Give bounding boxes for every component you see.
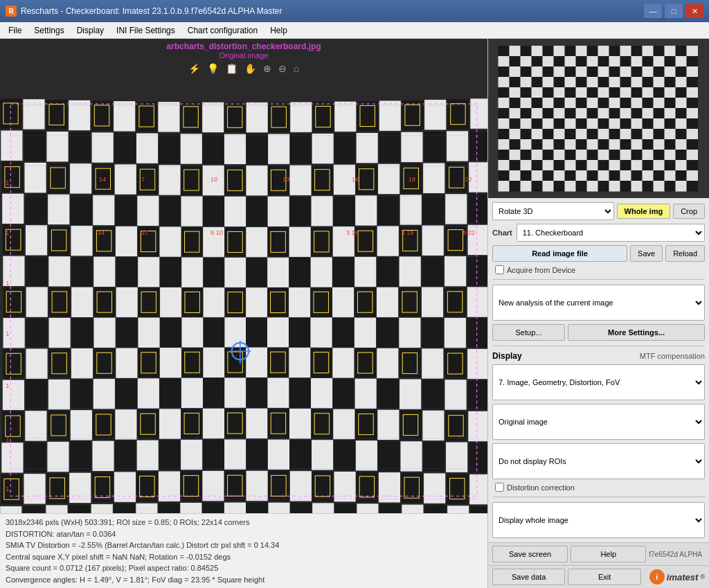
tool-home[interactable]: ⌂	[291, 62, 301, 75]
svg-rect-250	[422, 348, 443, 378]
reload-button[interactable]: Reload	[665, 245, 705, 262]
svg-rect-521	[554, 98, 566, 109]
svg-rect-472	[609, 66, 621, 78]
svg-rect-658	[676, 170, 688, 181]
svg-rect-506	[587, 87, 599, 98]
svg-rect-531	[665, 98, 676, 109]
svg-rect-535	[510, 108, 521, 119]
help-button[interactable]: Help	[571, 546, 646, 562]
save-button[interactable]: Save	[630, 245, 663, 262]
svg-rect-565	[643, 118, 654, 130]
tool-light[interactable]: 💡	[205, 62, 221, 75]
svg-rect-558	[565, 118, 577, 130]
chart-dropdown[interactable]: 11. Checkerboard	[517, 224, 705, 242]
svg-rect-262	[181, 378, 203, 408]
svg-rect-637	[643, 160, 654, 171]
svg-rect-609	[532, 150, 544, 161]
menu-display[interactable]: Display	[71, 24, 109, 37]
svg-rect-146	[48, 256, 70, 286]
svg-rect-259	[116, 379, 137, 409]
svg-rect-556	[543, 118, 555, 130]
menu-help[interactable]: Help	[264, 24, 293, 37]
svg-rect-171	[71, 287, 93, 317]
read-save-reload-row: Read image file Save Reload	[492, 245, 705, 262]
svg-rect-296	[289, 409, 311, 438]
svg-rect-654	[631, 170, 643, 181]
svg-rect-42	[181, 134, 202, 163]
svg-rect-58	[24, 163, 46, 193]
svg-rect-328	[423, 442, 445, 472]
window-title: Rescharts - Checkerboard: Imatest 23.1.0…	[21, 6, 644, 16]
crop-button[interactable]: Crop	[673, 204, 705, 219]
svg-rect-314	[115, 440, 136, 470]
svg-rect-36	[46, 132, 68, 161]
read-image-file-button[interactable]: Read image file	[492, 245, 627, 262]
acquire-device-checkbox[interactable]	[495, 265, 504, 274]
svg-rect-110	[468, 194, 487, 224]
roi-display-dropdown[interactable]: Do not display ROIs	[492, 443, 705, 479]
exit-button[interactable]: Exit	[568, 569, 640, 585]
minimize-button[interactable]: —	[644, 4, 662, 18]
svg-rect-326	[378, 441, 400, 471]
svg-rect-363	[469, 474, 487, 504]
svg-rect-116	[71, 226, 92, 256]
svg-rect-448	[543, 56, 555, 67]
svg-rect-437	[620, 46, 632, 57]
save-screen-button[interactable]: Save screen	[492, 546, 568, 562]
maximize-button[interactable]: □	[665, 4, 683, 18]
svg-rect-61	[70, 163, 91, 193]
analysis-dropdown[interactable]: New analysis of the current image	[492, 285, 705, 321]
whole-img-button[interactable]: Whole img	[617, 204, 671, 219]
save-data-button[interactable]: Save data	[492, 569, 565, 585]
distortion-correction-row: Distortion correction	[492, 483, 705, 492]
svg-rect-499	[510, 87, 521, 98]
tool-zoom-in[interactable]: ⊕	[261, 62, 273, 75]
svg-rect-436	[609, 46, 621, 57]
svg-rect-634	[609, 160, 621, 171]
menu-chart-configuration[interactable]: Chart configuration	[182, 24, 263, 37]
svg-rect-513	[665, 87, 676, 98]
svg-rect-484	[543, 77, 555, 88]
svg-rect-215	[354, 318, 376, 348]
tool-pan[interactable]: ⚡	[186, 62, 202, 75]
tool-copy[interactable]: 📋	[224, 62, 240, 75]
display-mode-dropdown[interactable]: 7. Image, Geometry, Distortion, FoV	[492, 364, 705, 400]
svg-rect-43	[202, 134, 224, 164]
menu-file[interactable]: File	[3, 24, 27, 37]
svg-rect-638	[654, 160, 665, 171]
svg-text:19: 19	[409, 176, 415, 183]
original-image-dropdown[interactable]: Original image	[492, 404, 705, 440]
tool-hand[interactable]: ✋	[242, 62, 258, 75]
svg-rect-474	[631, 66, 643, 78]
svg-rect-589	[510, 139, 521, 150]
display-label: Display	[492, 351, 522, 361]
rotate-3d-dropdown[interactable]: Rotate 3D	[492, 202, 614, 220]
svg-rect-479	[687, 66, 699, 78]
menu-ini-file-settings[interactable]: INI File Settings	[111, 24, 181, 37]
setup-button[interactable]: Setup...	[492, 324, 565, 341]
svg-rect-579	[598, 129, 610, 140]
svg-rect-48	[312, 134, 334, 163]
tool-zoom-out[interactable]: ⊖	[276, 62, 289, 75]
menu-settings[interactable]: Settings	[28, 24, 69, 37]
svg-rect-213	[310, 317, 332, 347]
display-whole-image-dropdown[interactable]: Display whole image	[492, 502, 705, 538]
svg-rect-459	[665, 56, 676, 67]
svg-rect-320	[246, 440, 267, 470]
divider-3	[492, 497, 705, 497]
svg-rect-51	[379, 132, 400, 162]
svg-rect-648	[565, 170, 577, 181]
svg-rect-322	[289, 440, 311, 470]
svg-rect-73	[246, 166, 267, 195]
svg-rect-281	[71, 410, 92, 440]
acquire-device-row: Acquire from Device	[492, 265, 705, 274]
svg-rect-661	[510, 181, 521, 192]
svg-rect-641	[687, 160, 699, 171]
distortion-correction-checkbox[interactable]	[495, 483, 504, 492]
svg-rect-555	[532, 118, 544, 130]
svg-rect-446	[521, 56, 532, 67]
more-settings-button[interactable]: More Settings...	[568, 324, 705, 341]
close-button[interactable]: ✕	[685, 4, 703, 18]
imatest-logo: i imatest ®	[644, 569, 705, 585]
svg-rect-575	[554, 129, 566, 140]
